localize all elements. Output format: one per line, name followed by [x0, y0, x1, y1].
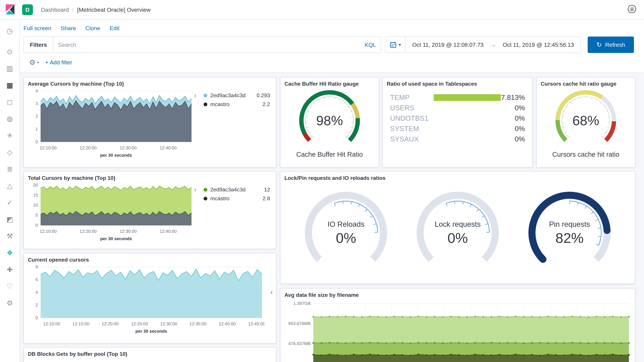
menu-link-share[interactable]: Share [61, 25, 76, 31]
date-range-start[interactable]: Oct 11, 2019 @ 12:08:07.73 [406, 41, 490, 48]
pin-requests-gauge[interactable]: Pin requests82% [519, 190, 620, 270]
dashboard-icon: ▦ [6, 81, 13, 89]
legend-item[interactable]: mcastro2.2 [202, 100, 272, 109]
legend-swatch-icon [204, 197, 207, 200]
io-reloads-svg: IO Reloads0% [296, 190, 396, 269]
cursors-cache-hit-gauge[interactable]: 68% [540, 88, 631, 148]
sidebar-item-dashboard[interactable]: ▦ [4, 80, 15, 90]
tablespace-name: SYSAUX [390, 135, 434, 143]
cache-buffer-hit-gauge[interactable]: 98% [284, 88, 375, 148]
uptime-icon: ✓ [7, 198, 12, 207]
svg-text:Lock requests: Lock requests [435, 220, 481, 228]
filter-options-button[interactable]: ⚙ ▾ [29, 58, 39, 66]
panel-title: Cursors cache hit ratio gauge [541, 81, 631, 87]
svg-text:12:20:00: 12:20:00 [80, 229, 96, 234]
average-cursors-chart[interactable]: 0123412:10:0012:20:0012:30:0012:40:00per… [28, 88, 194, 161]
sidebar-item-maps[interactable]: ◍ [4, 113, 15, 124]
average-cursors-svg: 0123412:10:0012:20:0012:30:0012:40:00per… [28, 88, 194, 159]
svg-text:12:45:00: 12:45:00 [248, 321, 265, 326]
kibana-logo-icon[interactable] [5, 4, 17, 16]
panel-avg-file-size: Avg data file size by filename 0B476.837… [280, 288, 635, 362]
legend-collapse-icon[interactable]: ‹ [270, 288, 273, 296]
legend-item[interactable]: 2ed9ac3a4c3d12 [202, 185, 272, 194]
legend-items: 2ed9ac3a4c3d12mcastro2.8 [202, 185, 272, 244]
sidebar-item-canvas[interactable]: ◻ [4, 96, 15, 107]
refresh-button[interactable]: ↻ Refresh [588, 36, 634, 53]
avg-file-size-chart[interactable]: 0B476.837MB953.674MB1.397GB [284, 300, 632, 362]
graph-icon: ✚ [7, 266, 12, 274]
sidebar-item-infrastructure[interactable]: ◇ [4, 147, 15, 158]
sidebar-item-siem[interactable]: ◩ [4, 214, 15, 225]
total-cursors-chart[interactable]: 0510152012:10:0012:20:0012:30:0012:40:00… [28, 183, 194, 244]
panel-lock-pin-ratios: Lock/Pin requests and IO reloads ratios … [280, 171, 635, 284]
tablespaces-list: TEMP7.813%USERS0%UNDOTBS10%SYSTEM0%SYSAU… [387, 92, 528, 144]
query-input-group: Filters KQL [24, 36, 381, 53]
tablespace-row: SYSAUX0% [387, 134, 528, 144]
sidebar-item-enterprise-search[interactable]: ❖ [4, 247, 15, 258]
svg-text:68%: 68% [572, 113, 599, 128]
legend-toggle-icon[interactable]: › [194, 185, 202, 244]
legend-toggle-icon[interactable]: › [194, 91, 202, 161]
filters-button[interactable]: Filters [24, 36, 53, 53]
svg-text:per 30 seconds: per 30 seconds [100, 236, 132, 241]
lock-requests-gauge[interactable]: Lock requests0% [407, 190, 508, 270]
calendar-button[interactable]: ▾ [386, 37, 406, 53]
siem-icon: ◩ [6, 215, 13, 223]
date-picker[interactable]: ▾ Oct 11, 2019 @ 12:08:07.73 → Oct 11, 2… [385, 36, 581, 53]
sidebar-item-recently-viewed[interactable]: ◷ [4, 25, 15, 36]
search-input[interactable] [58, 41, 361, 48]
date-range-end[interactable]: Oct 11, 2019 @ 12:45:56.13 [496, 41, 580, 48]
kibana-dashboard-app: D Dashboard / [Metricbeat Oracle] Overvi… [0, 0, 644, 362]
breadcrumb-divider: / [72, 6, 74, 13]
tablespace-value: 7.813% [501, 93, 525, 102]
kql-toggle[interactable]: KQL [364, 41, 376, 48]
svg-text:5: 5 [36, 213, 38, 218]
add-filter-link[interactable]: + Add filter [45, 59, 72, 66]
sidebar-item-dev-tools[interactable]: ⚒ [4, 231, 15, 241]
sidebar-item-uptime[interactable]: ✓ [4, 197, 15, 208]
legend-series-value: 2.8 [263, 195, 270, 202]
clock-icon: ◷ [7, 27, 13, 35]
tablespace-usage-bar [434, 94, 501, 101]
sidebar-item-discover[interactable]: ⊙ [4, 46, 15, 57]
panel-title: DB Blocks Gets by buffer pool (Top 10) [28, 351, 272, 357]
menu-link-full-screen[interactable]: Full screen [24, 25, 51, 31]
sidebar-item-logs[interactable]: ≣ [4, 164, 15, 174]
management-icon: ⚙ [6, 299, 13, 307]
legend-item[interactable]: mcastro2.8 [202, 194, 272, 203]
opened-cursors-chart[interactable]: 0246812:10:0012:15:0012:20:0012:25:0012:… [28, 264, 265, 337]
sidebar-item-management[interactable]: ⚙ [4, 298, 15, 308]
legend-swatch-icon [204, 94, 207, 97]
panel-title: Current opened cursors [28, 257, 272, 263]
panel-opened-cursors: Current opened cursors 0246812:10:0012:1… [24, 253, 276, 344]
svg-text:1.397GB: 1.397GB [293, 301, 310, 306]
legend-items: 2ed9ac3a4c3d0.293mcastro2.2 [202, 91, 272, 161]
sidebar-item-visualize[interactable]: ▥ [4, 63, 15, 74]
svg-text:98%: 98% [316, 113, 343, 128]
legend-series-name: 2ed9ac3a4c3d [210, 92, 246, 98]
panel-title: Total Cursors by machine (Top 10) [28, 175, 272, 181]
svg-text:82%: 82% [555, 230, 584, 246]
sidebar-item-graph[interactable]: ✚ [4, 264, 15, 275]
logs-icon: ≣ [7, 165, 12, 173]
sidebar-item-machine-learning[interactable]: ✳ [4, 130, 15, 141]
date-range-arrow-icon: → [490, 41, 496, 48]
breadcrumb-dashboard[interactable]: Dashboard [41, 6, 69, 13]
menu-link-edit[interactable]: Edit [110, 25, 120, 31]
tablespace-name: SYSTEM [390, 125, 434, 133]
controls-icon-glyph [627, 4, 636, 14]
legend-item[interactable]: 2ed9ac3a4c3d0.293 [202, 91, 272, 100]
legend-series-name: mcastro [210, 195, 230, 202]
chevron-down-icon: ▾ [37, 60, 39, 65]
legend-series-value: 2.2 [263, 101, 270, 107]
sidebar-item-stack-monitoring[interactable]: ♡ [4, 281, 15, 292]
sidebar-item-apm[interactable]: △ [4, 180, 15, 191]
io-reloads-gauge[interactable]: IO Reloads0% [296, 190, 396, 270]
space-avatar[interactable]: D [22, 4, 33, 15]
maps-icon: ◍ [7, 115, 13, 123]
svg-text:20: 20 [33, 183, 38, 188]
svg-text:0: 0 [36, 223, 38, 228]
controls-icon[interactable] [627, 4, 636, 15]
dev-tools-icon: ⚒ [6, 232, 13, 240]
menu-link-clone[interactable]: Clone [85, 25, 100, 31]
